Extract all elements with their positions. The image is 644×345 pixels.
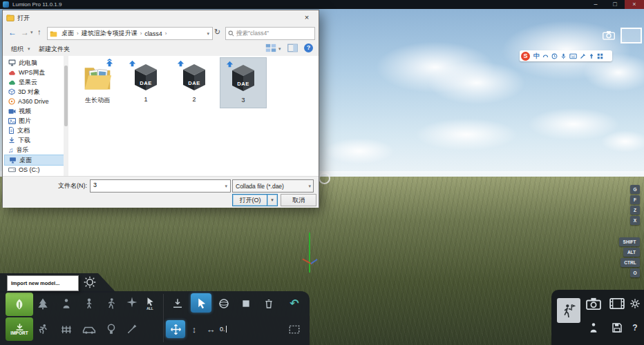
sidebar-item-nutstore[interactable]: 坚果云 xyxy=(4,77,65,87)
sidebar-item-pictures[interactable]: 图片 xyxy=(4,116,65,126)
scrollbar-thumb[interactable] xyxy=(64,66,68,126)
new-folder-button[interactable]: 新建文件夹 xyxy=(39,45,70,54)
sidebar-item-downloads[interactable]: 下载 xyxy=(4,135,65,145)
ime-punctuation-icon[interactable] xyxy=(542,53,549,59)
sidebar-item-music[interactable]: ♫音乐 xyxy=(4,145,65,155)
sidebar-scrollbar[interactable] xyxy=(64,56,68,176)
move-horizontal-button[interactable]: ↔ xyxy=(203,320,218,338)
category-vehicles-button[interactable] xyxy=(80,320,98,338)
view-dropdown-icon[interactable]: ▾ xyxy=(278,46,281,52)
ime-mic-icon[interactable] xyxy=(560,53,567,59)
filename-input[interactable] xyxy=(93,181,218,188)
preview-pane-icon[interactable] xyxy=(287,43,298,54)
sidebar-item-wps-cloud[interactable]: WPS网盘 xyxy=(4,68,65,77)
breadcrumb-class4[interactable]: class4 xyxy=(142,30,164,37)
ime-lang-icon[interactable]: 中 xyxy=(533,52,540,61)
help-icon[interactable]: ? xyxy=(304,43,313,52)
ime-clock-icon[interactable] xyxy=(551,53,558,59)
ime-toolbox-icon[interactable] xyxy=(580,53,586,59)
filetype-dropdown-icon: ▾ xyxy=(308,184,313,189)
sidebar-item-videos[interactable]: 视频 xyxy=(4,106,65,116)
help-button[interactable]: ? xyxy=(628,319,642,337)
delete-object-button[interactable] xyxy=(260,295,278,313)
category-fences-button[interactable] xyxy=(57,320,75,338)
file-item-dae-2[interactable]: DAE 2 xyxy=(171,57,217,107)
place-object-button[interactable] xyxy=(169,295,187,313)
sidebar-label: 音乐 xyxy=(17,146,29,155)
category-characters-button[interactable] xyxy=(80,295,98,313)
organize-dropdown-icon: ▾ xyxy=(28,46,30,52)
filename-combobox[interactable]: ▾ xyxy=(90,179,231,193)
cloud xyxy=(314,135,404,168)
file-label: 3 xyxy=(220,97,266,103)
category-all-button[interactable]: ALL xyxy=(141,293,159,314)
category-animals-button[interactable] xyxy=(34,320,52,338)
sphere-tool-button[interactable] xyxy=(215,295,233,313)
dialog-titlebar[interactable]: 打开 × xyxy=(3,10,319,26)
filename-dropdown-icon[interactable]: ▾ xyxy=(225,184,230,189)
search-box[interactable]: 搜索"class4" xyxy=(225,27,315,40)
maximize-button[interactable]: □ xyxy=(605,0,625,9)
breadcrumb-desktop[interactable]: 桌面 xyxy=(59,29,76,38)
organize-button[interactable]: 组织 xyxy=(11,45,23,54)
breadcrumb-course-folder[interactable]: 建筑渲染专项提升课 xyxy=(79,29,140,38)
close-button[interactable]: × xyxy=(625,0,644,9)
ime-pin-icon[interactable] xyxy=(589,53,594,59)
ime-logo-icon[interactable]: S xyxy=(521,52,530,61)
nature-objects-button[interactable] xyxy=(6,293,33,316)
movie-mode-button[interactable] xyxy=(606,293,628,314)
nav-up-button[interactable]: ↑ xyxy=(37,28,41,36)
move-object-button[interactable] xyxy=(166,320,185,338)
category-trees-button[interactable] xyxy=(34,295,52,313)
sidebar-item-documents[interactable]: 文档 xyxy=(4,126,65,135)
select-tool-button[interactable] xyxy=(191,293,211,313)
open-split-dropdown[interactable]: ▾ xyxy=(267,194,278,206)
address-dropdown-icon[interactable]: ▾ xyxy=(207,31,212,37)
category-lights-button[interactable] xyxy=(102,320,120,338)
sidebar-item-3d-objects[interactable]: 3D 对象 xyxy=(4,87,65,97)
undo-icon: ↶ xyxy=(290,297,299,310)
dialog-close-button[interactable]: × xyxy=(296,11,317,24)
open-button[interactable]: 打开(O) xyxy=(232,194,268,206)
nav-history-dropdown[interactable]: ▾ xyxy=(30,30,33,35)
address-bar[interactable]: 桌面 › 建筑渲染专项提升课 › class4 › ▾ xyxy=(47,27,213,40)
category-materials-button[interactable] xyxy=(123,320,141,338)
weather-sun-icon[interactable] xyxy=(83,275,97,292)
screenshot-icon[interactable] xyxy=(603,30,615,43)
rectangle-tool-button[interactable] xyxy=(237,295,255,313)
nav-forward-button[interactable]: → xyxy=(21,28,29,37)
view-thumbnails-icon[interactable] xyxy=(265,43,276,54)
sidebar-label: 下载 xyxy=(18,136,30,145)
sidebar-item-a360-drive[interactable]: A360 Drive xyxy=(4,97,65,106)
import-model-button[interactable]: IMPORT xyxy=(6,317,33,341)
ime-grid-icon[interactable] xyxy=(597,53,603,59)
minimize-button[interactable]: – xyxy=(586,0,605,9)
nav-back-button[interactable]: ← xyxy=(8,28,17,37)
ime-keyboard-icon[interactable] xyxy=(569,53,577,59)
build-mode-button[interactable] xyxy=(557,298,580,323)
offset-value: 0. xyxy=(220,326,227,333)
file-item-dae-3-selected[interactable]: DAE 3 xyxy=(220,57,267,108)
cancel-button[interactable]: 取消 xyxy=(281,194,316,206)
refresh-button[interactable]: ↻ xyxy=(214,28,220,37)
category-people-button[interactable] xyxy=(57,295,75,313)
category-effects-button[interactable] xyxy=(123,293,141,311)
sidebar-item-os-c[interactable]: OS (C:) xyxy=(4,165,65,175)
sidebar-item-desktop[interactable]: 桌面 xyxy=(4,155,66,166)
photo-mode-button[interactable] xyxy=(583,293,605,314)
move-vertical-button[interactable]: ↕ xyxy=(187,320,202,338)
dae-overlay-icon xyxy=(225,59,234,70)
file-item-dae-1[interactable]: DAE 1 xyxy=(123,57,169,107)
filetype-combobox[interactable]: Collada file (*.dae) ▾ xyxy=(232,179,314,193)
panorama-mode-button[interactable] xyxy=(583,317,605,338)
undo-button[interactable]: ↶ xyxy=(285,293,304,313)
dae-overlay-icon xyxy=(176,59,185,69)
offset-value-field[interactable]: 0. xyxy=(220,322,242,337)
file-item-folder[interactable]: 生长动画 xyxy=(75,57,120,107)
viewport-preview[interactable] xyxy=(621,28,642,43)
category-walking-person-button[interactable] xyxy=(102,295,120,313)
save-button[interactable] xyxy=(606,317,628,338)
selection-box-button[interactable] xyxy=(285,320,304,338)
settings-button[interactable] xyxy=(628,295,642,313)
sidebar-item-this-pc[interactable]: 此电脑 xyxy=(4,58,65,68)
